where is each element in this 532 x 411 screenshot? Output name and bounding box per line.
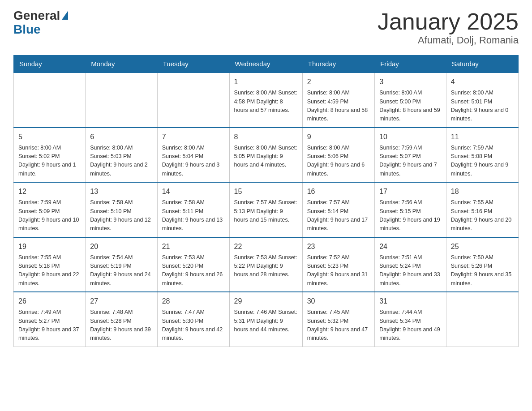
table-row: 15Sunrise: 7:57 AM Sunset: 5:13 PM Dayli… — [229, 182, 302, 237]
header-friday: Friday — [375, 56, 446, 73]
day-info: Sunrise: 7:46 AM Sunset: 5:31 PM Dayligh… — [234, 308, 298, 334]
calendar-row: 26Sunrise: 7:49 AM Sunset: 5:27 PM Dayli… — [14, 292, 519, 347]
table-row: 30Sunrise: 7:45 AM Sunset: 5:32 PM Dayli… — [302, 292, 374, 347]
table-row: 14Sunrise: 7:58 AM Sunset: 5:11 PM Dayli… — [157, 182, 229, 237]
calendar-row: 5Sunrise: 8:00 AM Sunset: 5:02 PM Daylig… — [14, 128, 519, 183]
day-info: Sunrise: 7:58 AM Sunset: 5:11 PM Dayligh… — [162, 198, 225, 233]
page-header: General Blue January 2025 Afumati, Dolj,… — [13, 9, 519, 46]
day-info: Sunrise: 7:45 AM Sunset: 5:32 PM Dayligh… — [307, 308, 370, 343]
table-row: 7Sunrise: 8:00 AM Sunset: 5:04 PM Daylig… — [157, 128, 229, 183]
logo: General Blue — [13, 9, 68, 37]
day-info: Sunrise: 7:51 AM Sunset: 5:24 PM Dayligh… — [379, 253, 442, 288]
day-number: 21 — [162, 241, 225, 252]
table-row: 22Sunrise: 7:53 AM Sunset: 5:22 PM Dayli… — [229, 237, 302, 292]
day-number: 22 — [234, 241, 298, 252]
table-row: 31Sunrise: 7:44 AM Sunset: 5:34 PM Dayli… — [375, 292, 446, 347]
day-info: Sunrise: 8:00 AM Sunset: 5:02 PM Dayligh… — [18, 144, 81, 179]
day-info: Sunrise: 7:57 AM Sunset: 5:13 PM Dayligh… — [234, 198, 298, 224]
day-info: Sunrise: 7:52 AM Sunset: 5:23 PM Dayligh… — [307, 253, 370, 288]
table-row: 5Sunrise: 8:00 AM Sunset: 5:02 PM Daylig… — [14, 128, 86, 183]
logo-general-text: General — [13, 9, 60, 23]
header-wednesday: Wednesday — [229, 56, 302, 73]
calendar-subtitle: Afumati, Dolj, Romania — [378, 34, 519, 46]
calendar-title: January 2025 — [378, 9, 519, 34]
header-saturday: Saturday — [446, 56, 518, 73]
header-sunday: Sunday — [14, 56, 86, 73]
day-info: Sunrise: 8:00 AM Sunset: 4:58 PM Dayligh… — [234, 89, 298, 115]
table-row: 8Sunrise: 8:00 AM Sunset: 5:05 PM Daylig… — [229, 128, 302, 183]
day-info: Sunrise: 7:44 AM Sunset: 5:34 PM Dayligh… — [379, 308, 442, 343]
day-number: 29 — [234, 296, 298, 307]
calendar-row: 12Sunrise: 7:59 AM Sunset: 5:09 PM Dayli… — [14, 182, 519, 237]
day-info: Sunrise: 8:00 AM Sunset: 5:05 PM Dayligh… — [234, 144, 298, 170]
day-number: 16 — [307, 186, 370, 197]
table-row: 17Sunrise: 7:56 AM Sunset: 5:15 PM Dayli… — [375, 182, 446, 237]
table-row: 18Sunrise: 7:55 AM Sunset: 5:16 PM Dayli… — [446, 182, 518, 237]
day-number: 5 — [18, 132, 81, 142]
day-number: 23 — [307, 241, 370, 252]
table-row: 4Sunrise: 8:00 AM Sunset: 5:01 PM Daylig… — [446, 73, 518, 128]
table-row: 13Sunrise: 7:58 AM Sunset: 5:10 PM Dayli… — [86, 182, 157, 237]
day-info: Sunrise: 7:53 AM Sunset: 5:22 PM Dayligh… — [234, 253, 298, 279]
day-number: 7 — [162, 132, 225, 142]
table-row: 10Sunrise: 7:59 AM Sunset: 5:07 PM Dayli… — [375, 128, 446, 183]
day-info: Sunrise: 7:53 AM Sunset: 5:20 PM Dayligh… — [162, 253, 225, 288]
day-number: 12 — [18, 186, 81, 197]
day-info: Sunrise: 7:55 AM Sunset: 5:16 PM Dayligh… — [451, 198, 514, 233]
day-info: Sunrise: 7:59 AM Sunset: 5:08 PM Dayligh… — [451, 144, 514, 179]
day-number: 11 — [451, 132, 514, 142]
table-row — [14, 73, 86, 128]
table-row: 23Sunrise: 7:52 AM Sunset: 5:23 PM Dayli… — [302, 237, 374, 292]
day-info: Sunrise: 7:54 AM Sunset: 5:19 PM Dayligh… — [90, 253, 152, 288]
day-number: 17 — [379, 186, 442, 197]
calendar-row: 1Sunrise: 8:00 AM Sunset: 4:58 PM Daylig… — [14, 73, 519, 128]
day-info: Sunrise: 8:00 AM Sunset: 5:01 PM Dayligh… — [451, 89, 514, 124]
day-info: Sunrise: 7:50 AM Sunset: 5:26 PM Dayligh… — [451, 253, 514, 288]
table-row: 28Sunrise: 7:47 AM Sunset: 5:30 PM Dayli… — [157, 292, 229, 347]
header-tuesday: Tuesday — [157, 56, 229, 73]
table-row: 25Sunrise: 7:50 AM Sunset: 5:26 PM Dayli… — [446, 237, 518, 292]
day-info: Sunrise: 7:59 AM Sunset: 5:07 PM Dayligh… — [379, 144, 442, 179]
header-row: Sunday Monday Tuesday Wednesday Thursday… — [14, 56, 519, 73]
day-info: Sunrise: 7:59 AM Sunset: 5:09 PM Dayligh… — [18, 198, 81, 233]
day-number: 31 — [379, 296, 442, 307]
day-info: Sunrise: 8:00 AM Sunset: 5:03 PM Dayligh… — [90, 144, 152, 179]
day-info: Sunrise: 8:00 AM Sunset: 5:06 PM Dayligh… — [307, 144, 370, 179]
header-monday: Monday — [86, 56, 157, 73]
day-info: Sunrise: 8:00 AM Sunset: 4:59 PM Dayligh… — [307, 89, 370, 124]
table-row: 12Sunrise: 7:59 AM Sunset: 5:09 PM Dayli… — [14, 182, 86, 237]
day-number: 13 — [90, 186, 152, 197]
day-number: 28 — [162, 296, 225, 307]
table-row: 3Sunrise: 8:00 AM Sunset: 5:00 PM Daylig… — [375, 73, 446, 128]
table-row: 27Sunrise: 7:48 AM Sunset: 5:28 PM Dayli… — [86, 292, 157, 347]
table-row — [446, 292, 518, 347]
table-row — [157, 73, 229, 128]
day-info: Sunrise: 7:49 AM Sunset: 5:27 PM Dayligh… — [18, 308, 81, 343]
day-info: Sunrise: 7:47 AM Sunset: 5:30 PM Dayligh… — [162, 308, 225, 343]
table-row: 1Sunrise: 8:00 AM Sunset: 4:58 PM Daylig… — [229, 73, 302, 128]
day-info: Sunrise: 7:58 AM Sunset: 5:10 PM Dayligh… — [90, 198, 152, 233]
day-number: 2 — [307, 77, 370, 87]
logo-triangle-icon — [62, 11, 68, 20]
day-number: 4 — [451, 77, 514, 87]
day-number: 3 — [379, 77, 442, 87]
day-info: Sunrise: 8:00 AM Sunset: 5:00 PM Dayligh… — [379, 89, 442, 124]
day-info: Sunrise: 7:48 AM Sunset: 5:28 PM Dayligh… — [90, 308, 152, 343]
table-row: 24Sunrise: 7:51 AM Sunset: 5:24 PM Dayli… — [375, 237, 446, 292]
day-number: 14 — [162, 186, 225, 197]
title-block: January 2025 Afumati, Dolj, Romania — [378, 9, 519, 46]
day-number: 19 — [18, 241, 81, 252]
table-row: 2Sunrise: 8:00 AM Sunset: 4:59 PM Daylig… — [302, 73, 374, 128]
table-row: 21Sunrise: 7:53 AM Sunset: 5:20 PM Dayli… — [157, 237, 229, 292]
day-info: Sunrise: 7:56 AM Sunset: 5:15 PM Dayligh… — [379, 198, 442, 233]
day-number: 9 — [307, 132, 370, 142]
day-number: 20 — [90, 241, 152, 252]
day-number: 26 — [18, 296, 81, 307]
table-row: 26Sunrise: 7:49 AM Sunset: 5:27 PM Dayli… — [14, 292, 86, 347]
day-number: 1 — [234, 77, 298, 87]
table-row: 19Sunrise: 7:55 AM Sunset: 5:18 PM Dayli… — [14, 237, 86, 292]
day-info: Sunrise: 8:00 AM Sunset: 5:04 PM Dayligh… — [162, 144, 225, 179]
day-number: 6 — [90, 132, 152, 142]
table-row: 20Sunrise: 7:54 AM Sunset: 5:19 PM Dayli… — [86, 237, 157, 292]
calendar-table: Sunday Monday Tuesday Wednesday Thursday… — [13, 55, 519, 347]
